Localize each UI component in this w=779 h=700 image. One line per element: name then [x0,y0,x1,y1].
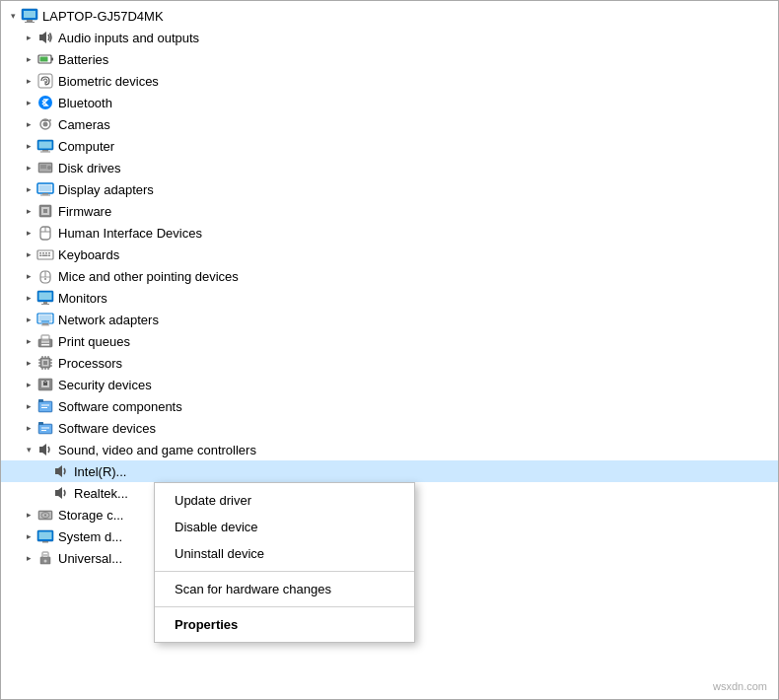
keyboards-label: Keyboards [58,247,119,262]
tree-item-monitors[interactable]: Monitors [1,287,778,309]
cameras-expander[interactable] [21,116,36,132]
tree-item-disk[interactable]: Disk drives [1,157,778,178]
tree-item-mice[interactable]: Mice and other pointing devices [1,265,778,287]
cameras-label: Cameras [58,117,110,132]
tree-item-firmware[interactable]: Firmware [1,200,778,222]
hid-icon [36,224,54,242]
svg-point-16 [49,119,51,121]
tree-item-keyboards[interactable]: Keyboards [1,244,778,265]
universal-label: Universal... [58,551,122,566]
svg-rect-40 [48,252,50,254]
tree-item-hid[interactable]: Human Interface Devices [1,222,778,244]
context-menu-scan[interactable]: Scan for hardware changes [155,576,414,602]
monitors-label: Monitors [58,291,107,306]
software-dev-icon [36,419,54,437]
intel-label: Intel(R)... [74,464,126,479]
monitors-expander[interactable] [21,290,36,306]
hid-expander[interactable] [21,225,36,241]
security-expander[interactable] [21,377,36,392]
tree-item-processors[interactable]: Processors [1,352,778,374]
security-icon [36,376,54,393]
biometric-expander[interactable] [21,73,36,89]
tree-item-display[interactable]: Display adapters [1,178,778,200]
root-expander[interactable] [5,8,21,24]
storage-expander[interactable] [21,507,36,523]
software-dev-expander[interactable] [21,420,36,436]
disk-icon [36,159,54,176]
tree-item-sound[interactable]: Sound, video and game controllers [1,439,778,460]
tree-item-software-comp[interactable]: Software components [1,395,778,417]
context-menu-update-driver[interactable]: Update driver [155,487,414,514]
batteries-icon [36,50,54,68]
tree-item-bluetooth[interactable]: Bluetooth [1,92,778,113]
svg-rect-99 [42,541,48,543]
tree-item-batteries[interactable]: Batteries [1,48,778,70]
batteries-label: Batteries [58,52,108,67]
print-label: Print queues [58,334,130,349]
svg-rect-55 [41,325,49,326]
keyboards-expander[interactable] [21,246,36,262]
universal-icon [36,549,54,567]
tree-item-network[interactable]: Network adapters [1,309,778,330]
firmware-icon [36,202,54,220]
svg-rect-84 [38,399,43,402]
network-icon [36,311,54,328]
disk-expander[interactable] [21,160,36,175]
system-icon [36,527,54,545]
svg-rect-39 [45,252,47,254]
svg-rect-81 [39,402,51,411]
tree-root[interactable]: LAPTOP-GJ57D4MK [1,5,778,27]
tree-item-security[interactable]: Security devices [1,374,778,395]
computer-expander[interactable] [21,138,36,154]
monitors-icon [36,289,54,307]
realtek-label: Realtek... [74,486,128,501]
separator-1 [155,571,414,572]
svg-rect-98 [39,532,52,540]
context-menu-properties[interactable]: Properties [155,611,414,638]
hid-label: Human Interface Devices [58,226,202,241]
sound-expander[interactable] [21,442,36,457]
svg-rect-3 [25,22,35,23]
display-expander[interactable] [21,181,36,197]
universal-expander[interactable] [21,550,36,566]
tree-item-print[interactable]: Print queues [1,330,778,352]
processors-icon [36,354,54,372]
tree-item-biometric[interactable]: Biometric devices [1,70,778,92]
context-menu-disable[interactable]: Disable device [155,514,414,540]
storage-label: Storage c... [58,508,123,523]
device-tree[interactable]: LAPTOP-GJ57D4MK Audio inputs and outputs [1,1,778,699]
context-menu-uninstall[interactable]: Uninstall device [155,540,414,567]
computer-label: Computer [58,139,114,154]
intel-icon [52,462,70,480]
bluetooth-expander[interactable] [21,95,36,110]
svg-rect-28 [42,193,48,195]
batteries-expander[interactable] [21,51,36,67]
svg-rect-15 [42,119,48,121]
processors-expander[interactable] [21,355,36,371]
print-icon [36,332,54,350]
watermark: wsxdn.com [713,680,767,692]
cameras-icon [36,115,54,133]
system-expander[interactable] [21,528,36,544]
print-expander[interactable] [21,333,36,349]
mice-expander[interactable] [21,268,36,284]
tree-item-audio[interactable]: Audio inputs and outputs [1,27,778,48]
svg-rect-27 [39,185,52,192]
security-label: Security devices [58,378,152,392]
firmware-expander[interactable] [21,203,36,219]
svg-point-23 [47,166,51,170]
software-comp-expander[interactable] [21,398,36,414]
svg-rect-86 [39,425,51,433]
svg-point-14 [43,122,48,127]
audio-expander[interactable] [21,30,36,45]
svg-rect-53 [39,315,52,322]
sound-icon [36,441,54,458]
context-menu: Update driver Disable device Uninstall d… [154,482,415,643]
tree-item-intel[interactable]: Intel(R)... [1,460,778,482]
network-expander[interactable] [21,312,36,327]
tree-item-cameras[interactable]: Cameras [1,113,778,135]
realtek-icon [52,484,70,502]
tree-item-computer[interactable]: Computer [1,135,778,157]
tree-item-software-dev[interactable]: Software devices [1,417,778,439]
firmware-label: Firmware [58,204,111,219]
